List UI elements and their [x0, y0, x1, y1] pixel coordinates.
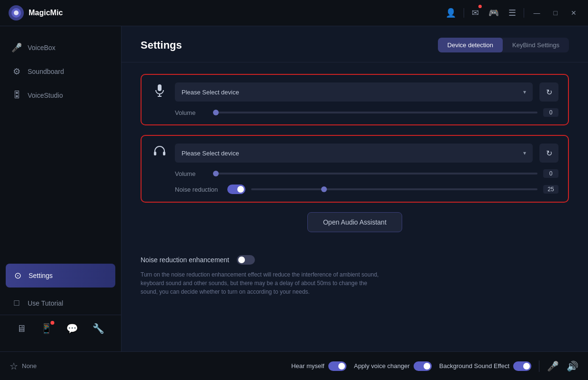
noise-slider-wrapper: 25 [251, 185, 558, 194]
enhancement-toggle-track [237, 255, 255, 265]
profile-icon[interactable]: 👤 [444, 6, 458, 20]
menu-icon[interactable]: ☰ [507, 6, 518, 20]
headphone-icon [151, 146, 168, 160]
close-btn[interactable]: ✕ [567, 7, 580, 19]
bottom-icon-screen[interactable]: 🖥 [17, 323, 26, 334]
microphone-select-arrow: ▾ [523, 89, 526, 95]
tab-keybind-settings[interactable]: KeyBind Settings [503, 38, 569, 52]
sidebar-label-voicestudio: VoiceStudio [28, 92, 63, 99]
headphone-volume-value: 0 [543, 169, 558, 178]
background-sound-toggle[interactable] [513, 361, 531, 371]
enhancement-description: Turn on the noise reduction enhancement … [141, 270, 379, 296]
discord-icon[interactable]: 🎮 [487, 6, 501, 20]
open-audio-assistant-btn[interactable]: Open Audio Assistant [307, 212, 402, 232]
hear-myself-label: Hear myself [291, 362, 324, 370]
headphone-select-arrow: ▾ [523, 150, 526, 156]
headphone-volume-slider[interactable] [213, 173, 537, 175]
sidebar-label-voicebox: VoiceBox [28, 44, 55, 51]
mic-status-icon[interactable]: 🎤 [547, 360, 559, 372]
svg-rect-3 [158, 84, 162, 91]
apply-voice-changer-label: Apply voice changer [354, 362, 410, 370]
apply-voice-track [414, 361, 432, 371]
sidebar-bottom: 🖥 📱 💬 🔧 [0, 315, 121, 342]
microphone-icon [151, 84, 168, 100]
main-layout: 🎤 VoiceBox ⚙ Soundboard 🎛 VoiceStudio ⊙ … [0, 26, 588, 351]
apply-voice-thumb [424, 363, 430, 370]
noise-reduction-slider[interactable] [251, 188, 537, 190]
microphone-volume-slider[interactable] [213, 112, 537, 113]
status-preset: ☆ None [10, 360, 37, 372]
sidebar-item-voicestudio[interactable]: 🎛 VoiceStudio [0, 83, 121, 107]
content-area: Settings Device detection KeyBind Settin… [122, 26, 588, 351]
noise-toggle-thumb [237, 186, 244, 193]
star-icon: ☆ [10, 360, 18, 372]
headphone-refresh-btn[interactable]: ↻ [539, 144, 558, 163]
sidebar-label-settings: Settings [29, 272, 53, 279]
headphone-volume-row: Volume 0 [151, 169, 558, 178]
hear-myself-thumb [338, 363, 345, 370]
hear-myself-toggle[interactable] [328, 361, 346, 371]
headphone-select[interactable]: Please Select device [182, 150, 523, 157]
bottom-icon-chat[interactable]: 💬 [66, 323, 78, 334]
apply-voice-changer-group: Apply voice changer [354, 361, 432, 371]
mail-icon[interactable]: ✉ [470, 6, 481, 20]
sidebar: 🎤 VoiceBox ⚙ Soundboard 🎛 VoiceStudio ⊙ … [0, 26, 122, 351]
app-logo-icon [8, 4, 25, 21]
minimize-btn[interactable]: — [530, 7, 544, 19]
sidebar-item-soundboard[interactable]: ⚙ Soundboard [0, 60, 121, 83]
status-right: Hear myself Apply voice changer Backgrou… [291, 360, 578, 372]
page-title: Settings [141, 39, 428, 51]
noise-reduction-value: 25 [543, 185, 558, 194]
voicestudio-icon: 🎛 [11, 90, 22, 100]
page-header: Settings Device detection KeyBind Settin… [122, 26, 588, 62]
tab-device-detection[interactable]: Device detection [438, 38, 503, 52]
bottom-icon-tools[interactable]: 🔧 [92, 323, 104, 334]
enhancement-label: Noise reduction enhancement [141, 256, 229, 264]
sidebar-spacer [0, 107, 121, 264]
headphone-select-wrapper: Please Select device ▾ [175, 144, 533, 163]
hear-myself-track [328, 361, 346, 371]
sidebar-label-soundboard: Soundboard [28, 68, 64, 75]
sidebar-item-settings[interactable]: ⊙ Settings [6, 264, 115, 288]
microphone-refresh-btn[interactable]: ↻ [539, 82, 558, 102]
microphone-device-card: Please Select device ▾ ↻ Volume 0 [141, 74, 569, 125]
bg-sound-thumb [523, 363, 530, 370]
tab-group: Device detection KeyBind Settings [438, 38, 569, 52]
titlebar: MagicMic 👤 ✉ 🎮 ☰ — □ ✕ [0, 0, 588, 26]
svg-rect-6 [154, 152, 156, 155]
headphone-volume-label: Volume [175, 170, 213, 177]
noise-reduction-toggle[interactable] [227, 185, 245, 194]
sidebar-item-tutorial[interactable]: □ Use Tutorial [0, 291, 121, 315]
svg-point-2 [14, 10, 19, 15]
headphone-device-card: Please Select device ▾ ↻ Volume 0 Noise … [141, 135, 569, 203]
svg-rect-7 [163, 152, 165, 155]
microphone-device-row: Please Select device ▾ ↻ [151, 82, 558, 102]
background-sound-label: Background Sound Effect [439, 362, 509, 370]
soundboard-icon: ⚙ [11, 66, 22, 77]
tutorial-icon: □ [11, 298, 22, 308]
noise-reduction-label: Noise reduction [175, 186, 227, 193]
enhancement-row: Noise reduction enhancement [141, 255, 569, 265]
background-sound-group: Background Sound Effect [439, 361, 531, 371]
audio-assistant-wrapper: Open Audio Assistant [141, 212, 569, 232]
app-name: MagicMic [29, 9, 63, 17]
voicebox-icon: 🎤 [11, 42, 22, 53]
bottom-icon-mobile[interactable]: 📱 [41, 323, 52, 334]
microphone-volume-label: Volume [175, 109, 213, 116]
titlebar-sep-2 [524, 8, 524, 18]
speaker-status-icon[interactable]: 🔊 [567, 360, 578, 372]
microphone-select[interactable]: Please Select device [182, 89, 523, 96]
microphone-select-wrapper: Please Select device ▾ [175, 82, 533, 102]
settings-content: Please Select device ▾ ↻ Volume 0 [122, 62, 588, 255]
hear-myself-group: Hear myself [291, 361, 346, 371]
apply-voice-changer-toggle[interactable] [414, 361, 432, 371]
preset-label: None [22, 362, 37, 370]
sidebar-item-voicebox[interactable]: 🎤 VoiceBox [0, 36, 121, 60]
headphone-device-row: Please Select device ▾ ↻ [151, 144, 558, 163]
microphone-slider-wrapper: 0 [213, 108, 558, 117]
microphone-volume-value: 0 [543, 108, 558, 117]
statusbar: ☆ None Hear myself Apply voice changer B… [0, 351, 588, 380]
noise-reduction-row: Noise reduction 25 [151, 185, 558, 194]
noise-enhancement-toggle[interactable] [237, 255, 255, 265]
maximize-btn[interactable]: □ [550, 7, 561, 19]
